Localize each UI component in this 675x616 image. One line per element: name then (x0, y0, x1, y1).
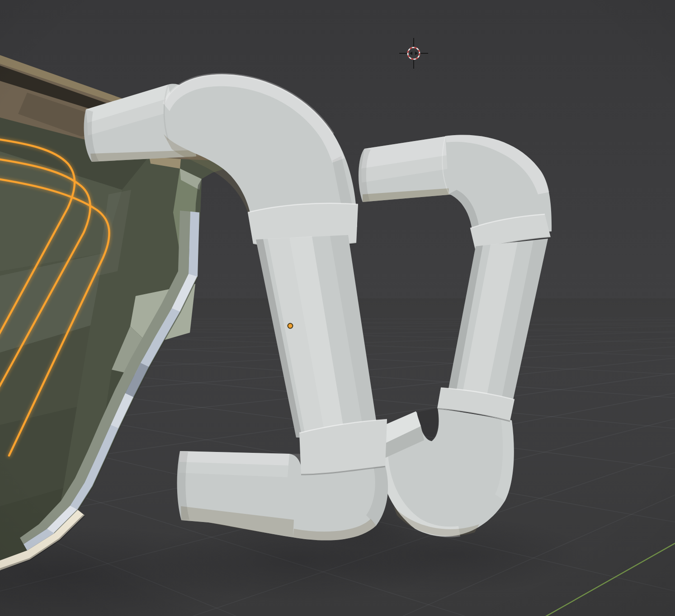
vignette-overlay (0, 0, 675, 616)
blender-3d-viewport[interactable] (0, 0, 675, 616)
